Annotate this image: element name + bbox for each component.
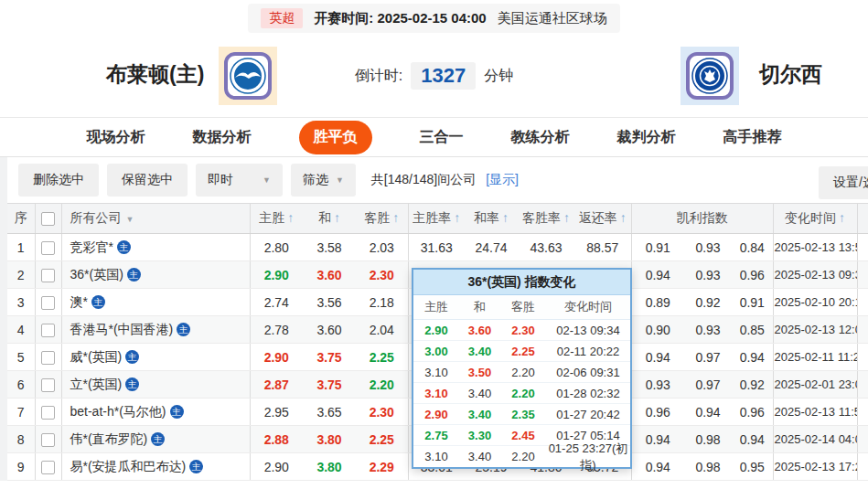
odds-cell[interactable]: 3.56	[303, 289, 356, 316]
odds-cell[interactable]: 2.90	[250, 344, 303, 371]
sort-asc-icon: ↑	[839, 210, 845, 225]
settings-button[interactable]: 设置/选择	[819, 166, 868, 199]
col-company-label: 所有公司	[70, 210, 122, 225]
col-draw-rate[interactable]: 和率↑	[465, 204, 518, 234]
select-all-checkbox[interactable]	[41, 212, 55, 226]
delete-selected-button[interactable]: 删除选中	[18, 164, 99, 197]
odds-cell[interactable]: 2.04	[356, 316, 408, 344]
col-draw-odds-label: 和	[318, 210, 331, 225]
change-time-cell: 2025-02-13 12:02	[773, 316, 857, 344]
keep-selected-button[interactable]: 保留选中	[107, 164, 188, 197]
popup-odds-value: 2.90	[413, 408, 459, 421]
league-badge[interactable]: 英超	[261, 8, 303, 28]
company-badge-icon[interactable]: 主	[189, 460, 203, 473]
tab-coach-analysis[interactable]: 教练分析	[511, 128, 570, 147]
row-index: 8	[7, 426, 35, 453]
odds-cell[interactable]: 2.30	[356, 261, 408, 289]
company-cell[interactable]: 竞彩官*主	[61, 234, 250, 261]
tab-referee-analysis[interactable]: 裁判分析	[617, 128, 676, 147]
odds-cell[interactable]: 3.60	[303, 261, 356, 289]
col-home-odds[interactable]: 主胜↑	[250, 204, 303, 234]
row-checkbox[interactable]	[41, 433, 55, 447]
company-cell[interactable]: 威*(英国)主	[61, 344, 250, 371]
odds-cell[interactable]: 2.95	[250, 399, 303, 426]
company-badge-icon[interactable]: 主	[177, 323, 190, 336]
toolbar: 删除选中 保留选中 即时 ▼ 筛选 ▼ 共[148/148]间公司 [显示] 设…	[7, 157, 868, 203]
company-badge-icon[interactable]: 主	[91, 295, 105, 309]
tab-data-analysis[interactable]: 数据分析	[193, 128, 252, 147]
company-badge-icon[interactable]: 主	[151, 432, 165, 446]
show-link[interactable]: [显示]	[486, 172, 519, 188]
popup-odds-value: 2.20	[500, 387, 546, 400]
col-change-time[interactable]: 变化时间↑	[773, 204, 857, 234]
odds-cell[interactable]: 3.80	[303, 426, 356, 453]
tab-expert-recommend[interactable]: 高手推荐	[723, 128, 782, 147]
col-return-rate[interactable]: 返还率↑	[574, 204, 631, 234]
row-checkbox[interactable]	[41, 351, 55, 365]
odds-cell[interactable]: 3.65	[303, 399, 356, 426]
col-draw-odds[interactable]: 和↑	[303, 204, 356, 234]
odds-cell[interactable]: 2.20	[356, 371, 408, 399]
odds-cell[interactable]: 2.78	[250, 316, 303, 344]
filter-dropdown[interactable]: 筛选 ▼	[291, 164, 356, 197]
company-badge-icon[interactable]: 主	[127, 268, 141, 282]
row-select-cell	[35, 399, 61, 426]
odds-cell[interactable]: 2.03	[356, 234, 408, 261]
tab-win-draw-loss[interactable]: 胜平负	[299, 121, 372, 154]
row-checkbox[interactable]	[41, 406, 55, 420]
kelly-cell: 0.94	[631, 453, 684, 481]
odds-cell[interactable]: 2.18	[356, 289, 408, 316]
odds-cell[interactable]: 2.25	[356, 426, 408, 453]
popup-odds-value: 3.10	[413, 387, 459, 400]
odds-cell[interactable]: 3.60	[303, 316, 356, 344]
odds-row[interactable]: 1竞彩官*主2.803.582.0331.6324.7443.6388.570.…	[7, 234, 868, 261]
row-index: 3	[7, 289, 35, 316]
company-badge-icon[interactable]: 主	[117, 240, 131, 254]
row-checkbox[interactable]	[41, 296, 55, 310]
company-badge-icon[interactable]: 主	[170, 405, 184, 419]
odds-cell[interactable]: 2.87	[250, 371, 303, 399]
odds-cell[interactable]: 2.29	[356, 453, 408, 481]
popup-change-time: 01-28 02:32	[546, 387, 630, 400]
company-cell[interactable]: 澳*主	[61, 289, 250, 316]
tab-three-in-one[interactable]: 三合一	[420, 128, 464, 147]
odds-cell[interactable]: 3.80	[303, 453, 356, 481]
col-away-odds[interactable]: 客胜↑	[356, 204, 408, 234]
company-cell[interactable]: 立*(英国)主	[61, 371, 250, 399]
odds-cell[interactable]: 2.88	[250, 426, 303, 453]
odds-cell[interactable]: 3.75	[303, 371, 356, 399]
tab-live-analysis[interactable]: 现场分析	[87, 128, 145, 147]
company-cell[interactable]: bet-at-h*(马尔他)主	[61, 399, 250, 426]
odds-cell[interactable]: 2.30	[356, 399, 408, 426]
odds-cell[interactable]: 2.80	[250, 234, 303, 261]
countdown-value: 1327	[411, 62, 476, 90]
row-checkbox[interactable]	[41, 378, 55, 392]
popup-odds-value: 3.30	[459, 429, 500, 442]
row-checkbox[interactable]	[41, 241, 55, 255]
col-away-rate[interactable]: 客胜率↑	[518, 204, 574, 234]
company-cell[interactable]: 易*(安提瓜和巴布达)主	[61, 453, 250, 481]
company-badge-icon[interactable]: 主	[125, 377, 139, 391]
company-cell[interactable]: 伟*(直布罗陀)主	[61, 426, 250, 453]
odds-cell[interactable]: 2.90	[250, 261, 303, 289]
time-mode-dropdown[interactable]: 即时 ▼	[196, 164, 283, 197]
tab-bar: 现场分析数据分析胜平负三合一教练分析裁判分析高手推荐	[0, 117, 868, 156]
odds-cell[interactable]: 2.90	[250, 453, 303, 481]
away-team-logo	[680, 47, 739, 105]
company-badge-icon[interactable]: 主	[125, 350, 139, 364]
popup-odds-value: 3.40	[459, 345, 500, 358]
company-cell[interactable]: 香港马*(中国香港)主	[61, 316, 250, 344]
col-company[interactable]: 所有公司▼	[61, 204, 250, 234]
row-checkbox[interactable]	[41, 461, 55, 474]
odds-cell[interactable]: 2.74	[250, 289, 303, 316]
company-cell[interactable]: 36*(英国)主	[61, 261, 250, 289]
odds-cell[interactable]: 3.75	[303, 344, 356, 371]
row-checkbox[interactable]	[41, 269, 55, 282]
odds-cell[interactable]: 3.58	[303, 234, 356, 261]
popup-body: 2.903.602.3002-13 09:343.003.402.2502-11…	[413, 320, 630, 467]
popup-odds-value: 2.30	[500, 324, 546, 337]
row-checkbox[interactable]	[41, 324, 55, 337]
odds-cell[interactable]: 2.25	[356, 344, 408, 371]
kelly-cell: 0.94	[732, 344, 773, 371]
col-home-rate[interactable]: 主胜率↑	[408, 204, 465, 234]
